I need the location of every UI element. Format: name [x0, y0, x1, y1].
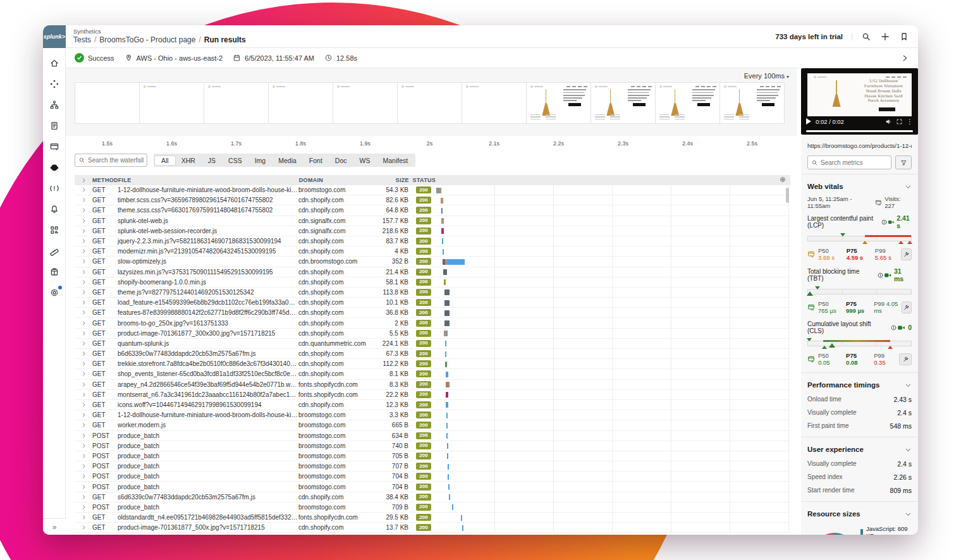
waterfall-row[interactable]: GET1-12-dollhouse-furniture-miniature-wo… — [75, 410, 790, 420]
sidebar-item-logs[interactable] — [47, 118, 62, 133]
metrics-filter-button[interactable] — [895, 155, 912, 169]
expand-row-chevron-icon[interactable] — [75, 238, 92, 244]
waterfall-row[interactable]: GETjquery-2.2.3.min.js?v=582118631469071… — [75, 236, 790, 247]
expand-row-chevron-icon[interactable] — [75, 463, 92, 469]
waterfall-row[interactable]: GETslow-optimizely.jscdn.broomstogo.com3… — [75, 257, 790, 267]
expand-row-chevron-icon[interactable] — [75, 504, 92, 510]
sidebar-item-notifications[interactable] — [47, 202, 62, 217]
play-button[interactable] — [806, 118, 811, 125]
waterfall-row[interactable]: GETsplunk-otel-web.jscdn.signalfx.com157… — [75, 216, 790, 226]
metrics-search[interactable] — [807, 155, 891, 169]
expand-row-chevron-icon[interactable] — [75, 197, 92, 203]
expand-row-chevron-icon[interactable] — [75, 248, 92, 254]
expand-row-chevron-icon[interactable] — [75, 279, 92, 285]
expand-row-chevron-icon[interactable] — [75, 514, 92, 520]
panel-section-header[interactable]: Performance timings — [807, 377, 912, 393]
filter-pill-all[interactable]: All — [155, 156, 175, 165]
run-video-player[interactable]: 1/12 Dollhouse Furniture Miniature Wood … — [801, 68, 918, 135]
breadcrumb-item[interactable]: Run results — [204, 35, 246, 45]
expand-row-chevron-icon[interactable] — [75, 494, 92, 500]
filmstrip-frame-2.1s[interactable] — [462, 82, 527, 124]
waterfall-row[interactable]: GET1-12-dollhouse-furniture-miniature-wo… — [75, 185, 790, 195]
volume-icon[interactable] — [885, 118, 892, 125]
info-icon[interactable] — [877, 272, 884, 279]
sidebar-item-bot[interactable] — [47, 160, 62, 175]
waterfall-row[interactable]: GETtheme.scss.css?v=66301769759911480481… — [75, 205, 790, 216]
sidebar-item-alerts[interactable] — [47, 181, 62, 196]
filter-pill-manifest[interactable]: Manifest — [376, 156, 414, 165]
waterfall-row[interactable]: GETtimber.scss.css?v=3659678980296154760… — [75, 195, 790, 205]
expand-row-chevron-icon[interactable] — [75, 392, 92, 398]
video-menu-icon[interactable]: ⋮ — [907, 118, 913, 125]
expand-row-chevron-icon[interactable] — [75, 351, 92, 356]
expand-row-chevron-icon[interactable] — [75, 382, 92, 387]
expand-row-chevron-icon[interactable] — [75, 433, 92, 439]
filmstrip-frame-2s[interactable] — [397, 82, 462, 124]
waterfall-row[interactable]: POSTproduce_batchbroomstogo.com704 B200 — [75, 472, 790, 482]
waterfall-row[interactable]: GETshopify-boomerang-1.0.0.min.jscdn.sho… — [75, 277, 790, 288]
filmstrip-frame-1.6s[interactable] — [139, 82, 204, 124]
waterfall-row[interactable]: POSTproduce_batchbroomstogo.com709 B200 — [75, 502, 790, 513]
waterfall-row[interactable]: GETquantum-splunk.jscdn.quantummetric.co… — [75, 339, 790, 349]
expand-row-chevron-icon[interactable] — [75, 187, 92, 193]
waterfall-row[interactable]: GETarapey_n4.2d2866546ce54f39e3baf69f5d9… — [75, 380, 790, 390]
expand-row-chevron-icon[interactable] — [75, 443, 92, 449]
sidebar-item-dashboards[interactable] — [47, 222, 62, 238]
expand-row-chevron-icon[interactable] — [75, 269, 92, 275]
waterfall-row[interactable]: GETworker.modern.jsbroomstogo.com665 B20… — [75, 420, 790, 430]
expand-row-chevron-icon[interactable] — [75, 484, 92, 490]
sidebar-item-home[interactable] — [47, 56, 62, 71]
waterfall-row[interactable]: GETshop_events_listener-65cd0ba3fcd81a1d… — [75, 369, 790, 379]
expand-row-chevron-icon[interactable] — [75, 331, 92, 336]
configure-metric-button[interactable] — [901, 248, 912, 260]
filmstrip-frame-1.9s[interactable] — [333, 82, 398, 124]
filter-pill-ws[interactable]: WS — [353, 156, 377, 165]
expand-row-chevron-icon[interactable] — [75, 289, 92, 295]
expand-row-chevron-icon[interactable] — [75, 361, 92, 367]
waterfall-row[interactable]: GEToldstandardtt_n4.ee0951721b469828e449… — [75, 513, 790, 523]
waterfall-search-input[interactable] — [88, 157, 144, 164]
expand-row-chevron-icon[interactable] — [75, 422, 92, 428]
filmstrip-frame-2.5s[interactable] — [719, 82, 785, 124]
filmstrip-frame-2.2s[interactable] — [526, 82, 591, 124]
expand-row-chevron-icon[interactable] — [75, 300, 92, 305]
add-icon[interactable] — [880, 32, 890, 42]
table-scrollbar[interactable] — [786, 188, 789, 203]
configure-metric-button[interactable] — [899, 353, 912, 365]
waterfall-row[interactable]: GETicons.woff?v=104467149462917998961530… — [75, 400, 790, 410]
waterfall-row[interactable]: GETs6d6339c0w77483ddapdc20cb53m2575a67fm… — [75, 492, 790, 502]
filter-pill-doc[interactable]: Doc — [329, 156, 353, 165]
interval-dropdown[interactable]: Every 100ms ▾ — [744, 72, 789, 80]
expand-row-chevron-icon[interactable] — [75, 412, 92, 418]
table-settings-gear-icon[interactable] — [779, 176, 790, 185]
breadcrumb-item[interactable]: Tests — [73, 35, 91, 45]
info-icon[interactable] — [881, 219, 888, 226]
expand-row-chevron-icon[interactable] — [75, 259, 92, 264]
expand-row-chevron-icon[interactable] — [75, 525, 92, 530]
sidebar-item-rum[interactable] — [47, 139, 62, 154]
waterfall-row[interactable]: POSTproduce_batchbroomstogo.com707 B200 — [75, 461, 790, 472]
filmstrip-frame-2.4s[interactable] — [655, 82, 720, 124]
filter-pill-media[interactable]: Media — [272, 156, 303, 165]
expand-row-chevron-icon[interactable] — [75, 228, 92, 234]
filmstrip-frame-1.7s[interactable] — [204, 82, 269, 124]
sidebar-item-measure[interactable] — [47, 243, 62, 259]
waterfall-row[interactable]: GETbrooms-to-go_250x.jpg?v=1613751333cdn… — [75, 318, 790, 328]
expand-row-chevron-icon[interactable] — [75, 371, 92, 377]
sidebar-collapse-button[interactable]: » — [43, 518, 66, 535]
waterfall-row[interactable]: GETproduct-image-701361877_500x.jpg?v=15… — [75, 523, 790, 533]
web-vitals-header[interactable]: Web vitals — [807, 179, 912, 194]
search-icon[interactable] — [861, 32, 871, 42]
waterfall-row[interactable]: POSTproduce_batchbroomstogo.com704 B200 — [75, 482, 790, 492]
filter-pill-js[interactable]: JS — [202, 156, 222, 165]
waterfall-row[interactable]: GETsplunk-otel-web-session-recorder.jscd… — [75, 226, 790, 236]
waterfall-row[interactable]: GETmodernizr.min.js?v=213910547482064324… — [75, 247, 790, 257]
waterfall-row[interactable]: POSTproduce_batchbroomstogo.com740 B200 — [75, 441, 790, 451]
waterfall-row[interactable]: GETproduct-image-701361877_300x300.jpg?v… — [75, 329, 790, 339]
video-progress-bar[interactable] — [806, 130, 913, 132]
waterfall-row[interactable]: POSTproduce_batchbroomstogo.com634 B200 — [75, 431, 790, 441]
expand-row-chevron-icon[interactable] — [75, 310, 92, 315]
breadcrumb-item[interactable]: BroomsToGo - Product page — [99, 35, 195, 45]
expand-run-chevron-icon[interactable] — [900, 54, 909, 63]
sidebar-item-settings[interactable] — [47, 285, 62, 300]
